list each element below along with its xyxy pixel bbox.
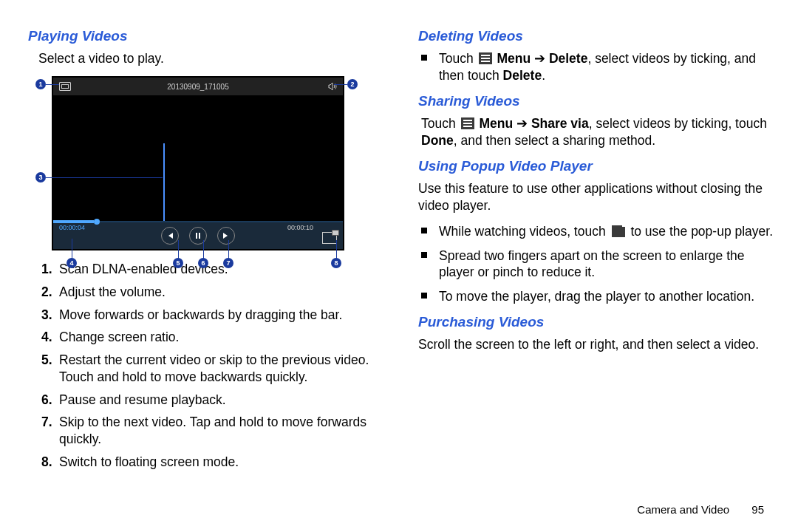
next-button-icon	[217, 227, 235, 245]
time-elapsed: 00:00:04	[59, 224, 85, 231]
page-footer: Camera and Video 95	[637, 503, 764, 516]
callout-4: 4	[66, 258, 77, 268]
callout-line	[334, 84, 347, 85]
heading-purchasing-videos: Purchasing Videos	[418, 314, 776, 330]
heading-deleting-videos: Deleting Videos	[418, 28, 776, 44]
callout-line	[178, 240, 179, 259]
step-item: 4.Change screen ratio.	[41, 329, 386, 346]
heading-sharing-videos: Sharing Videos	[418, 93, 776, 109]
menu-icon	[479, 52, 492, 64]
popup-intro: Use this feature to use other applicatio…	[418, 180, 776, 214]
right-column: Deleting Videos Touch Menu ➔ Delete, sel…	[418, 28, 776, 477]
player-title: 20130909_171005	[53, 83, 343, 91]
popup-bullet-1: While watching videos, touch to use the …	[436, 223, 776, 240]
footer-section: Camera and Video	[637, 503, 729, 516]
callout-line	[46, 177, 163, 178]
callout-2: 2	[347, 79, 358, 89]
step-item: 6.Pause and resume playback.	[41, 392, 386, 409]
left-column: Playing Videos Select a video to play. 1…	[28, 28, 386, 477]
step-item: 3.Move forwards or backwards by dragging…	[41, 307, 386, 324]
step-item: 7.Skip to the next video. Tap and hold t…	[41, 414, 386, 448]
callout-6: 6	[198, 258, 208, 268]
video-player: 20130909_171005 00:00:04 00:00:10	[52, 76, 344, 250]
callout-1: 1	[35, 79, 46, 89]
popup-player-icon	[322, 232, 337, 244]
callout-line	[228, 240, 229, 259]
delete-instruction: Touch Menu ➔ Delete, select videos by ti…	[436, 50, 776, 84]
numbered-steps: 1.Scan DLNA-enabled devices. 2.Adjust th…	[41, 261, 386, 471]
video-player-figure: 1 2 3 4 5 6 7 8 20130909_171005	[52, 76, 341, 250]
callout-line	[46, 84, 59, 85]
popup-bullet-2: Spread two fingers apart on the screen t…	[436, 248, 776, 282]
heading-popup-player: Using Popup Video Player	[418, 158, 776, 174]
callout-line	[203, 240, 204, 259]
purchasing-instruction: Scroll the screen to the left or right, …	[418, 336, 776, 353]
volume-icon	[328, 82, 337, 91]
player-control-bar: 00:00:04 00:00:10	[53, 221, 343, 249]
popup-bullet-3: To move the player, drag the player to a…	[436, 288, 776, 305]
time-total: 00:00:10	[287, 224, 313, 231]
heading-playing-videos: Playing Videos	[28, 28, 386, 44]
player-top-bar: 20130909_171005	[53, 78, 343, 95]
step-item: 2.Adjust the volume.	[41, 284, 386, 301]
player-viewport	[53, 95, 343, 221]
callout-7: 7	[223, 258, 233, 268]
menu-icon	[461, 117, 474, 129]
footer-page-number: 95	[751, 503, 764, 516]
progress-bar	[53, 221, 343, 222]
pause-button-icon	[189, 227, 207, 245]
callout-line	[72, 239, 72, 259]
callout-3: 3	[35, 172, 46, 183]
callout-5: 5	[173, 258, 183, 268]
callout-line	[336, 240, 337, 259]
intro-text: Select a video to play.	[38, 50, 386, 67]
step-item: 8.Switch to floating screen mode.	[41, 454, 386, 471]
step-item: 5.Restart the current video or skip to t…	[41, 352, 386, 386]
prev-button-icon	[161, 227, 179, 245]
callout-8: 8	[331, 258, 341, 268]
popup-player-icon	[611, 225, 626, 238]
sharing-instruction: Touch Menu ➔ Share via, select videos by…	[421, 115, 776, 149]
